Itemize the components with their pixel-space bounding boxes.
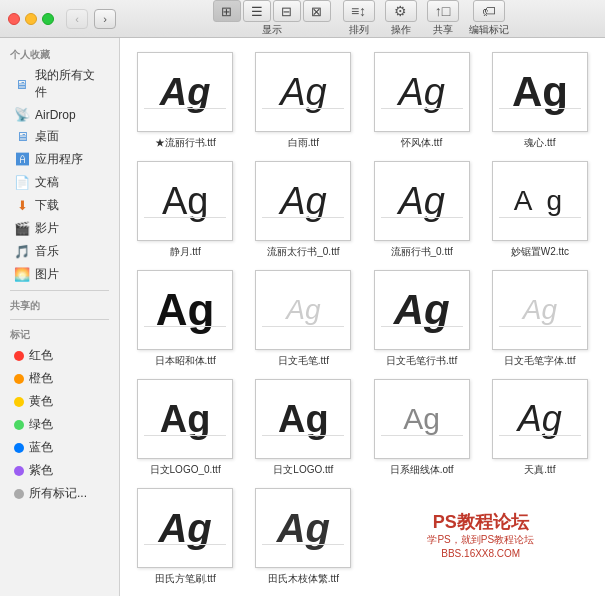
file-item-12[interactable]: Ag 日文毛笔字体.ttf xyxy=(485,270,595,367)
file-name-6: 流丽太行书_0.ttf xyxy=(267,245,339,258)
file-name-17: 田氏方笔刷.ttf xyxy=(155,572,216,585)
edit-group: 🏷 编辑标记 xyxy=(469,0,509,37)
downloads-icon: ⬇ xyxy=(14,198,30,213)
sidebar-item-downloads[interactable]: ⬇ 下载 xyxy=(4,194,115,217)
icon-view-button[interactable]: ⊞ xyxy=(213,0,241,22)
watermark-title: PS教程论坛 xyxy=(427,512,534,534)
file-item-15[interactable]: Ag 日系细线体.otf xyxy=(367,379,477,476)
file-thumb-12: Ag xyxy=(492,270,588,350)
file-item-1[interactable]: Ag ★流丽行书.ttf xyxy=(130,52,240,149)
list-view-button[interactable]: ☰ xyxy=(243,0,271,22)
file-item-14[interactable]: Ag 日文LOGO.ttf xyxy=(248,379,358,476)
all-files-icon: 🖥 xyxy=(14,77,30,92)
file-thumb-16: Ag xyxy=(492,379,588,459)
content-area: Ag ★流丽行书.ttf Ag 白雨.ttf Ag 怀风体.ttf xyxy=(120,38,605,596)
sidebar-item-tag-yellow[interactable]: 黄色 xyxy=(4,390,115,413)
file-name-5: 静月.ttf xyxy=(170,245,201,258)
sidebar-item-tag-blue[interactable]: 蓝色 xyxy=(4,436,115,459)
file-name-4: 魂心.ttf xyxy=(524,136,555,149)
sidebar: 个人收藏 🖥 我的所有文件 📡 AirDrop 🖥 桌面 🅰 应用程序 📄 文稿… xyxy=(0,38,120,596)
file-item-6[interactable]: Ag 流丽太行书_0.ttf xyxy=(248,161,358,258)
file-name-18: 田氏木枝体繁.ttf xyxy=(268,572,339,585)
sidebar-item-photos[interactable]: 🌅 图片 xyxy=(4,263,115,286)
file-thumb-2: Ag xyxy=(255,52,351,132)
sort-button[interactable]: ≡↕ xyxy=(343,0,375,22)
file-item-7[interactable]: Ag 流丽行书_0.ttf xyxy=(367,161,477,258)
file-item-4[interactable]: Ag 魂心.ttf xyxy=(485,52,595,149)
sidebar-item-desktop[interactable]: 🖥 桌面 xyxy=(4,125,115,148)
sidebar-item-tag-orange[interactable]: 橙色 xyxy=(4,367,115,390)
file-item-17[interactable]: Ag 田氏方笔刷.ttf xyxy=(130,488,240,585)
titlebar: ‹ › ⊞ ☰ ⊟ ⊠ 显示 ≡↕ 排列 ⚙ 操作 ↑□ 共享 🏷 编辑标记 xyxy=(0,0,605,38)
file-name-10: 日文毛笔.ttf xyxy=(278,354,329,367)
sort-group: ≡↕ 排列 xyxy=(343,0,375,37)
sidebar-item-all-files[interactable]: 🖥 我的所有文件 xyxy=(4,64,115,104)
sidebar-item-movies[interactable]: 🎬 影片 xyxy=(4,217,115,240)
file-thumb-18: Ag xyxy=(255,488,351,568)
file-item-10[interactable]: Ag 日文毛笔.ttf xyxy=(248,270,358,367)
sidebar-item-apps[interactable]: 🅰 应用程序 xyxy=(4,148,115,171)
file-thumb-6: Ag xyxy=(255,161,351,241)
display-label: 显示 xyxy=(262,23,282,37)
close-button[interactable] xyxy=(8,13,20,25)
tag-red-dot xyxy=(14,351,24,361)
tag-orange-dot xyxy=(14,374,24,384)
watermark-sub1: 学PS，就到PS教程论坛 xyxy=(427,533,534,547)
toolbar: ⊞ ☰ ⊟ ⊠ 显示 ≡↕ 排列 ⚙ 操作 ↑□ 共享 🏷 编辑标记 xyxy=(122,0,597,37)
file-item-11[interactable]: Ag 日文毛笔行书.ttf xyxy=(367,270,477,367)
action-group: ⚙ 操作 xyxy=(385,0,417,37)
action-button[interactable]: ⚙ xyxy=(385,0,417,22)
file-thumb-10: Ag xyxy=(255,270,351,350)
file-thumb-17: Ag xyxy=(137,488,233,568)
downloads-label: 下载 xyxy=(35,197,59,214)
file-thumb-14: Ag xyxy=(255,379,351,459)
cover-flow-button[interactable]: ⊠ xyxy=(303,0,331,22)
file-item-18[interactable]: Ag 田氏木枝体繁.ttf xyxy=(248,488,358,585)
sidebar-item-tag-green[interactable]: 绿色 xyxy=(4,413,115,436)
sidebar-item-airdrop[interactable]: 📡 AirDrop xyxy=(4,104,115,125)
traffic-lights xyxy=(8,13,54,25)
file-item-13[interactable]: Ag 日文LOGO_0.ttf xyxy=(130,379,240,476)
back-button[interactable]: ‹ xyxy=(66,9,88,29)
watermark-sub2: BBS.16XX8.COM xyxy=(427,547,534,561)
file-item-16[interactable]: Ag 天真.ttf xyxy=(485,379,595,476)
tag-purple-dot xyxy=(14,466,24,476)
airdrop-label: AirDrop xyxy=(35,108,76,122)
file-name-14: 日文LOGO.ttf xyxy=(273,463,333,476)
file-item-5[interactable]: Ag 静月.ttf xyxy=(130,161,240,258)
edit-button[interactable]: 🏷 xyxy=(473,0,505,22)
action-label: 操作 xyxy=(391,23,411,37)
share-button[interactable]: ↑□ xyxy=(427,0,459,22)
file-thumb-4: Ag xyxy=(492,52,588,132)
file-item-9[interactable]: Ag 日本昭和体.ttf xyxy=(130,270,240,367)
file-item-3[interactable]: Ag 怀风体.ttf xyxy=(367,52,477,149)
main-layout: 个人收藏 🖥 我的所有文件 📡 AirDrop 🖥 桌面 🅰 应用程序 📄 文稿… xyxy=(0,38,605,596)
file-item-8[interactable]: A g 妙锯置W2.ttc xyxy=(485,161,595,258)
minimize-button[interactable] xyxy=(25,13,37,25)
sidebar-item-music[interactable]: 🎵 音乐 xyxy=(4,240,115,263)
sidebar-item-tag-purple[interactable]: 紫色 xyxy=(4,459,115,482)
column-view-button[interactable]: ⊟ xyxy=(273,0,301,22)
music-label: 音乐 xyxy=(35,243,59,260)
sidebar-item-tag-red[interactable]: 红色 xyxy=(4,344,115,367)
file-thumb-13: Ag xyxy=(137,379,233,459)
sidebar-item-docs[interactable]: 📄 文稿 xyxy=(4,171,115,194)
maximize-button[interactable] xyxy=(42,13,54,25)
tag-green-dot xyxy=(14,420,24,430)
sidebar-item-tag-all[interactable]: 所有标记... xyxy=(4,482,115,505)
tag-purple-label: 紫色 xyxy=(29,462,53,479)
share-label: 共享 xyxy=(433,23,453,37)
photos-label: 图片 xyxy=(35,266,59,283)
file-thumb-8: A g xyxy=(492,161,588,241)
file-name-9: 日本昭和体.ttf xyxy=(155,354,216,367)
file-thumb-3: Ag xyxy=(374,52,470,132)
file-thumb-9: Ag xyxy=(137,270,233,350)
file-item-2[interactable]: Ag 白雨.ttf xyxy=(248,52,358,149)
edit-label: 编辑标记 xyxy=(469,23,509,37)
movies-icon: 🎬 xyxy=(14,221,30,236)
file-name-15: 日系细线体.otf xyxy=(390,463,454,476)
music-icon: 🎵 xyxy=(14,244,30,259)
file-name-16: 天真.ttf xyxy=(524,463,555,476)
forward-button[interactable]: › xyxy=(94,9,116,29)
file-name-12: 日文毛笔字体.ttf xyxy=(504,354,575,367)
